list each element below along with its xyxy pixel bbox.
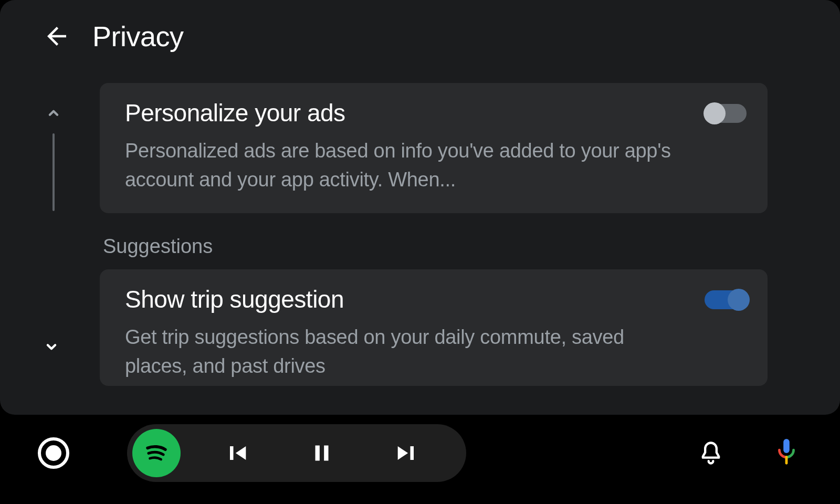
mic-icon xyxy=(774,438,799,468)
setting-title: Show trip suggestion xyxy=(125,285,684,313)
page-title: Privacy xyxy=(92,20,184,52)
toggle-knob xyxy=(728,289,750,311)
chevron-up-icon xyxy=(45,104,62,122)
svg-rect-0 xyxy=(783,439,790,453)
setting-personalize-ads[interactable]: Personalize your ads Personalized ads ar… xyxy=(100,83,768,213)
previous-track-button[interactable] xyxy=(208,432,266,474)
spotify-icon xyxy=(141,438,172,468)
scroll-up-button[interactable] xyxy=(43,103,64,124)
setting-description: Personalized ads are based on info you'v… xyxy=(125,136,684,194)
arrow-left-icon xyxy=(43,22,71,50)
next-track-button[interactable] xyxy=(378,432,436,474)
scrollbar-track[interactable] xyxy=(52,133,55,211)
chevron-down-icon xyxy=(43,338,60,355)
section-header-suggestions: Suggestions xyxy=(103,235,768,258)
assistant-mic-button[interactable] xyxy=(771,437,802,469)
media-controls xyxy=(127,424,466,482)
back-button[interactable] xyxy=(41,20,72,52)
home-button[interactable] xyxy=(38,437,69,469)
bottom-bar xyxy=(0,415,840,504)
toggle-personalize-ads[interactable] xyxy=(705,104,747,123)
setting-description: Get trip suggestions based on your daily… xyxy=(125,323,684,381)
skip-next-icon xyxy=(393,439,421,467)
toggle-trip-suggestion[interactable] xyxy=(705,290,747,309)
setting-trip-suggestion[interactable]: Show trip suggestion Get trip suggestion… xyxy=(100,269,768,386)
settings-panel: Privacy Personalize your ads Personalize… xyxy=(0,0,840,415)
skip-previous-icon xyxy=(223,439,250,467)
header: Privacy xyxy=(0,0,840,64)
pause-button[interactable] xyxy=(293,432,351,474)
setting-title: Personalize your ads xyxy=(125,99,684,127)
toggle-knob xyxy=(704,102,726,124)
notifications-button[interactable] xyxy=(695,437,727,469)
scroll-down-button[interactable] xyxy=(41,336,62,357)
pause-icon xyxy=(309,440,335,466)
bell-icon xyxy=(697,439,724,467)
spotify-app-button[interactable] xyxy=(132,429,181,477)
